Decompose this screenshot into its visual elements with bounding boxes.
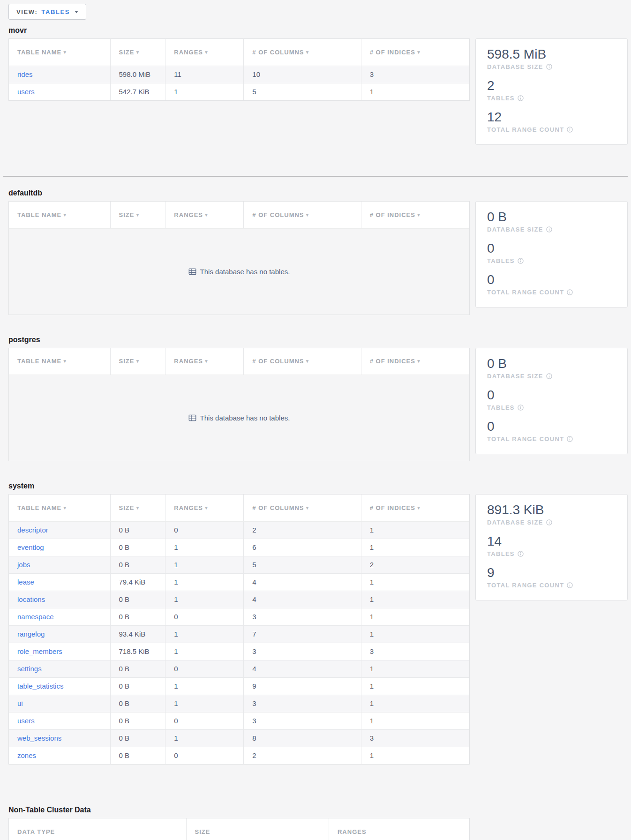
info-icon[interactable] bbox=[518, 95, 524, 101]
column-header-table-name[interactable]: TABLE NAME▼ bbox=[9, 39, 110, 66]
table-header-row: TABLE NAME▼ SIZE▼ RANGES▼ # OF COLUMNS▼ … bbox=[9, 348, 469, 375]
table-indices-cell: 1 bbox=[361, 712, 469, 729]
table-columns-cell: 9 bbox=[244, 677, 361, 695]
column-header-num-indices[interactable]: # OF INDICES▼ bbox=[361, 495, 469, 521]
database-section: defaultdb TABLE NAME▼ SIZE▼ RANGES▼ # OF… bbox=[8, 189, 628, 315]
info-icon[interactable] bbox=[546, 64, 552, 70]
column-header-num-indices[interactable]: # OF INDICES▼ bbox=[361, 39, 469, 66]
table-columns-cell: 3 bbox=[244, 608, 361, 625]
view-selector-button[interactable]: VIEW: TABLES bbox=[8, 4, 86, 20]
column-header-num-columns[interactable]: # OF COLUMNS▼ bbox=[244, 202, 361, 228]
database-size-label: DATABASE SIZE bbox=[487, 373, 543, 380]
column-header-ranges[interactable]: RANGES▼ bbox=[165, 495, 244, 521]
table-ranges-cell: 1 bbox=[165, 556, 244, 573]
table-ranges-cell: 0 bbox=[165, 521, 244, 539]
table-ranges-cell: 0 bbox=[165, 660, 244, 677]
table-name-link[interactable]: ui bbox=[17, 699, 23, 707]
database-section: postgres TABLE NAME▼ SIZE▼ RANGES▼ # OF … bbox=[8, 336, 628, 462]
column-header-num-indices[interactable]: # OF INDICES▼ bbox=[361, 202, 469, 228]
table-name-link[interactable]: rangelog bbox=[17, 630, 45, 638]
column-header-ranges[interactable]: RANGES▼ bbox=[165, 39, 244, 66]
table-row: descriptor 0 B 0 2 1 bbox=[9, 521, 469, 539]
column-header-table-name[interactable]: TABLE NAME▼ bbox=[9, 202, 110, 228]
info-icon[interactable] bbox=[518, 258, 524, 264]
table-ranges-cell: 1 bbox=[165, 539, 244, 556]
table-row: lease 79.4 KiB 1 4 1 bbox=[9, 573, 469, 591]
table-name-link[interactable]: rides bbox=[17, 70, 33, 78]
total-range-count-stat: 0 TOTAL RANGE COUNT bbox=[487, 419, 616, 442]
total-range-count-value: 0 bbox=[487, 419, 616, 435]
table-name-cell: rangelog bbox=[9, 625, 110, 643]
table-name-link[interactable]: jobs bbox=[17, 561, 30, 569]
table-row: settings 0 B 0 4 1 bbox=[9, 660, 469, 677]
tables-count-value: 2 bbox=[487, 78, 616, 94]
table-size-cell: 598.0 MiB bbox=[110, 66, 165, 83]
info-icon[interactable] bbox=[518, 551, 524, 557]
table-size-cell: 0 B bbox=[110, 521, 165, 539]
table-indices-cell: 1 bbox=[361, 573, 469, 591]
table-size-cell: 0 B bbox=[110, 660, 165, 677]
table-name-link[interactable]: role_members bbox=[17, 647, 62, 655]
table-columns-cell: 10 bbox=[244, 66, 361, 83]
info-icon[interactable] bbox=[567, 289, 573, 295]
database-size-label: DATABASE SIZE bbox=[487, 226, 543, 233]
column-header-table-name[interactable]: TABLE NAME▼ bbox=[9, 348, 110, 375]
database-summary-panel: 891.3 KiB DATABASE SIZE 14 TABLES bbox=[475, 494, 628, 600]
table-columns-cell: 4 bbox=[244, 591, 361, 608]
table-ranges-cell: 1 bbox=[165, 625, 244, 643]
table-name-cell: role_members bbox=[9, 643, 110, 660]
info-icon[interactable] bbox=[518, 405, 524, 411]
table-name-link[interactable]: zones bbox=[17, 751, 36, 759]
info-icon[interactable] bbox=[567, 436, 573, 442]
column-header-table-name[interactable]: TABLE NAME▼ bbox=[9, 495, 110, 521]
table-size-cell: 0 B bbox=[110, 695, 165, 712]
table-name-link[interactable]: table_statistics bbox=[17, 682, 63, 690]
view-selector-label: VIEW: bbox=[16, 8, 38, 15]
table-size-cell: 0 B bbox=[110, 677, 165, 695]
table-name-link[interactable]: users bbox=[17, 717, 35, 725]
table-name-link[interactable]: lease bbox=[17, 578, 34, 586]
table-size-cell: 93.4 KiB bbox=[110, 625, 165, 643]
sort-caret-icon: ▼ bbox=[135, 505, 140, 510]
table-row: web_sessions 0 B 1 8 3 bbox=[9, 729, 469, 747]
table-columns-cell: 5 bbox=[244, 83, 361, 100]
database-tables-table: TABLE NAME▼ SIZE▼ RANGES▼ # OF COLUMNS▼ … bbox=[8, 494, 470, 765]
section-divider bbox=[3, 176, 628, 177]
table-indices-cell: 3 bbox=[361, 643, 469, 660]
no-tables-icon bbox=[188, 268, 196, 276]
column-header-num-columns[interactable]: # OF COLUMNS▼ bbox=[244, 39, 361, 66]
database-name-heading: system bbox=[8, 482, 628, 490]
column-header-size[interactable]: SIZE▼ bbox=[110, 202, 165, 228]
table-size-cell: 542.7 KiB bbox=[110, 83, 165, 100]
table-name-cell: users bbox=[9, 83, 110, 100]
dropdown-caret-icon bbox=[75, 11, 78, 13]
table-row: rides 598.0 MiB 11 10 3 bbox=[9, 66, 469, 83]
info-icon[interactable] bbox=[567, 582, 573, 588]
info-icon[interactable] bbox=[567, 127, 573, 133]
sort-caret-icon: ▼ bbox=[204, 505, 209, 510]
column-header-num-columns[interactable]: # OF COLUMNS▼ bbox=[244, 495, 361, 521]
column-header-data-type: DATA TYPE bbox=[9, 818, 186, 840]
column-header-size[interactable]: SIZE▼ bbox=[110, 348, 165, 375]
column-header-ranges[interactable]: RANGES▼ bbox=[165, 202, 244, 228]
info-icon[interactable] bbox=[546, 226, 552, 232]
column-header-size[interactable]: SIZE▼ bbox=[110, 495, 165, 521]
table-columns-cell: 6 bbox=[244, 539, 361, 556]
column-header-num-indices[interactable]: # OF INDICES▼ bbox=[361, 348, 469, 375]
table-name-link[interactable]: eventlog bbox=[17, 543, 44, 551]
table-name-link[interactable]: users bbox=[17, 88, 35, 96]
database-summary-panel: 598.5 MiB DATABASE SIZE 2 TABLES bbox=[475, 38, 628, 145]
info-icon[interactable] bbox=[546, 519, 552, 525]
info-icon[interactable] bbox=[546, 373, 552, 379]
column-header-size[interactable]: SIZE▼ bbox=[110, 39, 165, 66]
database-size-stat: 891.3 KiB DATABASE SIZE bbox=[487, 502, 616, 526]
table-ranges-cell: 1 bbox=[165, 729, 244, 747]
column-header-num-columns[interactable]: # OF COLUMNS▼ bbox=[244, 348, 361, 375]
table-name-link[interactable]: namespace bbox=[17, 613, 54, 621]
table-name-link[interactable]: descriptor bbox=[17, 526, 48, 534]
sort-caret-icon: ▼ bbox=[305, 212, 310, 218]
column-header-ranges[interactable]: RANGES▼ bbox=[165, 348, 244, 375]
table-name-link[interactable]: settings bbox=[17, 665, 42, 673]
table-name-link[interactable]: locations bbox=[17, 595, 45, 603]
table-name-link[interactable]: web_sessions bbox=[17, 734, 61, 742]
